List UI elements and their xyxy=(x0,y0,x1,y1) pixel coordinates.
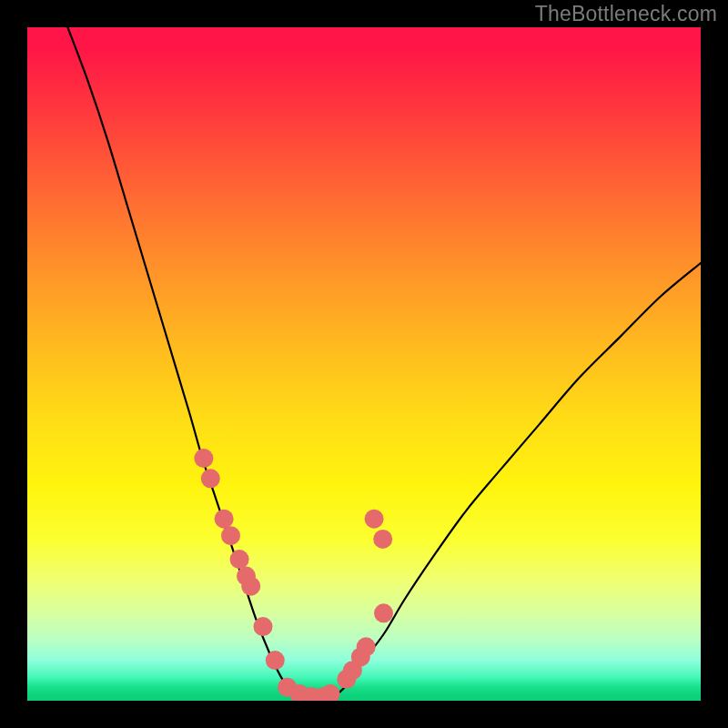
marker-dot xyxy=(365,510,384,529)
chart-overlay-svg xyxy=(27,27,701,701)
marker-dot xyxy=(201,469,220,488)
watermark-text: TheBottleneck.com xyxy=(535,2,717,26)
marker-dot xyxy=(266,651,285,670)
bottleneck-curve xyxy=(67,27,701,698)
marker-dot xyxy=(215,510,234,529)
marker-dot xyxy=(230,550,249,569)
chart-frame: TheBottleneck.com xyxy=(0,0,728,728)
marker-dot xyxy=(321,684,340,701)
plot-area xyxy=(27,27,701,701)
marker-dot xyxy=(357,637,376,656)
marker-dot xyxy=(221,526,240,545)
marker-dot xyxy=(241,577,260,596)
marker-dot xyxy=(373,530,392,549)
marker-dot xyxy=(194,449,213,468)
marker-dot xyxy=(254,617,273,636)
marker-dot xyxy=(374,603,393,622)
curve-markers xyxy=(194,449,393,701)
